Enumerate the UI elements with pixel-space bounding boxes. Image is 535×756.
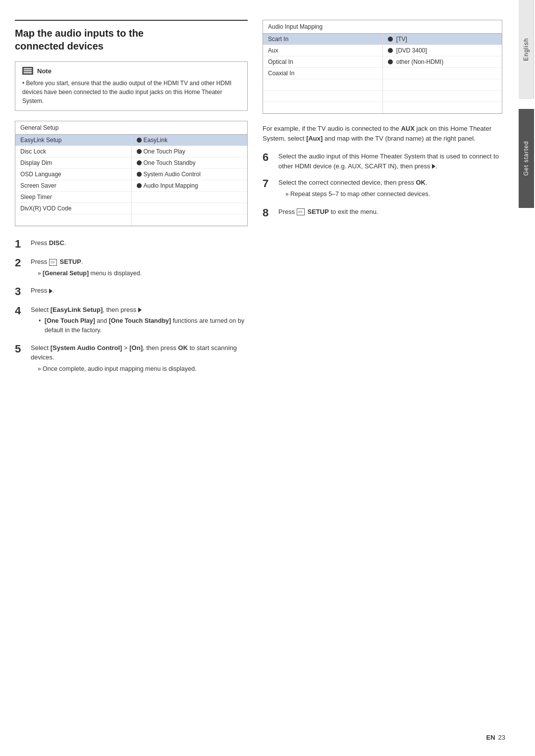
example-text: For example, if the TV audio is connecte…: [263, 124, 502, 144]
step-5: 5 Select [System Audio Control] > [On], …: [15, 343, 248, 375]
step-number: 6: [263, 151, 273, 163]
audio-input-table: Audio Input Mapping Scart In Aux Optical…: [263, 20, 502, 114]
step-number: 1: [15, 238, 26, 250]
step-content: Press ▭ SETUP to exit the menu.: [278, 207, 502, 217]
audio-row: [383, 68, 502, 79]
step-sub-item: [General Setup] menu is displayed.: [38, 269, 248, 278]
bullet-icon: [137, 138, 142, 143]
step-2: 2 Press ▭ SETUP. [General Setup] menu is…: [15, 257, 248, 279]
left-column: Map the audio inputs to the connected de…: [15, 20, 248, 736]
side-tab: English Get started: [517, 0, 535, 756]
setup-col-left: EasyLink Setup Disc Lock Display Dim OSD…: [15, 135, 132, 226]
title-line2: connected devices: [15, 41, 104, 51]
setup-row: Screen Saver: [15, 180, 131, 192]
right-column: Audio Input Mapping Scart In Aux Optical…: [263, 20, 502, 736]
audio-col-right: [TV] [DVD 3400] other (Non-HDMI): [383, 34, 502, 113]
steps-left: 1 Press DISC. 2 Press ▭ SETUP. [General …: [15, 238, 248, 374]
arrow-right-icon: [432, 164, 435, 169]
note-text: • Before you start, ensure that the audi…: [22, 79, 240, 105]
setup-row: EasyLink Setup: [15, 135, 131, 146]
bullet-icon: [137, 172, 142, 177]
arrow-right-icon: [138, 307, 142, 312]
step-number: 2: [15, 257, 26, 269]
footer-page-number: 23: [498, 734, 505, 741]
audio-input-body: Scart In Aux Optical In Coaxial In [TV] …: [263, 34, 502, 113]
audio-row: [DVD 3400]: [383, 45, 502, 56]
setup-icon: ▭: [49, 259, 57, 266]
setup-row: [132, 203, 248, 214]
setup-row: System Audio Control: [132, 169, 248, 180]
setup-row: [15, 214, 131, 226]
general-setup-body: EasyLink Setup Disc Lock Display Dim OSD…: [15, 135, 247, 226]
setup-row: [132, 192, 248, 203]
audio-input-title: Audio Input Mapping: [263, 20, 502, 34]
bullet-icon: [388, 59, 393, 64]
step-number: 8: [263, 207, 273, 219]
step-sub-item: Once complete, audio input mapping menu …: [38, 364, 248, 374]
setup-row: Display Dim: [15, 157, 131, 169]
step-sub: [General Setup] menu is displayed.: [31, 269, 248, 278]
audio-row: Optical In: [263, 56, 382, 68]
main-content: Map the audio inputs to the connected de…: [0, 0, 517, 756]
setup-col-right: EasyLink One Touch Play One Touch Standb…: [132, 135, 248, 226]
step-content: Press .: [31, 286, 248, 296]
audio-row: [263, 102, 382, 113]
note-label: Note: [37, 67, 52, 75]
step-number: 5: [15, 343, 26, 355]
audio-row: [263, 91, 382, 102]
step-content: Select [System Audio Control] > [On], th…: [31, 343, 248, 375]
note-header: Note: [22, 67, 240, 75]
audio-row: [263, 79, 382, 91]
setup-row: One Touch Standby: [132, 157, 248, 169]
general-setup-title: General Setup: [15, 121, 247, 135]
general-setup-table: General Setup EasyLink Setup Disc Lock D…: [15, 121, 248, 226]
step-content: Select [EasyLink Setup], then press [One…: [31, 305, 248, 336]
step-content: Select the correct connected device, the…: [278, 178, 502, 200]
step-sub: Repeat steps 5–7 to map other connected …: [278, 190, 502, 199]
setup-row: Sleep Timer: [15, 192, 131, 203]
bullet-icon: [137, 160, 142, 165]
step-8: 8 Press ▭ SETUP to exit the menu.: [263, 207, 502, 219]
get-started-tab: Get started: [519, 109, 534, 208]
setup-icon: ▭: [297, 208, 305, 215]
arrow-right-icon: [49, 289, 53, 294]
audio-row: Coaxial In: [263, 68, 382, 79]
page-title: Map the audio inputs to the connected de…: [15, 20, 248, 52]
step-content: Press DISC.: [31, 238, 248, 248]
audio-row: Scart In: [263, 34, 382, 45]
audio-row: [TV]: [383, 34, 502, 45]
audio-row: other (Non-HDMI): [383, 56, 502, 68]
setup-row: [132, 214, 248, 226]
step-bullet-item: [One Touch Play] and [One Touch Standby]…: [38, 316, 248, 335]
bullet-icon: [137, 149, 142, 154]
setup-row: One Touch Play: [132, 146, 248, 157]
step-sub: [One Touch Play] and [One Touch Standby]…: [31, 316, 248, 335]
english-tab: English: [519, 0, 534, 99]
bullet-icon: [388, 37, 393, 42]
step-sub-item: Repeat steps 5–7 to map other connected …: [285, 190, 502, 199]
setup-row: Disc Lock: [15, 146, 131, 157]
step-number: 7: [263, 178, 273, 190]
title-line1: Map the audio inputs to the: [15, 28, 144, 39]
step-3: 3 Press .: [15, 286, 248, 298]
steps-right: 6 Select the audio input of this Home Th…: [263, 151, 502, 218]
step-number: 4: [15, 305, 26, 317]
step-sub: Once complete, audio input mapping menu …: [31, 364, 248, 374]
step-content: Press ▭ SETUP. [General Setup] menu is d…: [31, 257, 248, 279]
audio-row: [383, 91, 502, 102]
note-icon: [22, 67, 33, 75]
audio-col-left: Scart In Aux Optical In Coaxial In: [263, 34, 383, 113]
audio-row: Aux: [263, 45, 382, 56]
step-4: 4 Select [EasyLink Setup], then press [O…: [15, 305, 248, 336]
note-box: Note • Before you start, ensure that the…: [15, 61, 248, 111]
step-number: 3: [15, 286, 26, 298]
step-7: 7 Select the correct connected device, t…: [263, 178, 502, 200]
audio-row: [383, 79, 502, 91]
step-6: 6 Select the audio input of this Home Th…: [263, 151, 502, 171]
audio-row: [383, 102, 502, 113]
setup-row: DivX(R) VOD Code: [15, 203, 131, 214]
setup-row: Audio Input Mapping: [132, 180, 248, 192]
setup-row: EasyLink: [132, 135, 248, 146]
page-footer: EN 23: [486, 734, 505, 741]
bullet-icon: [137, 183, 142, 188]
